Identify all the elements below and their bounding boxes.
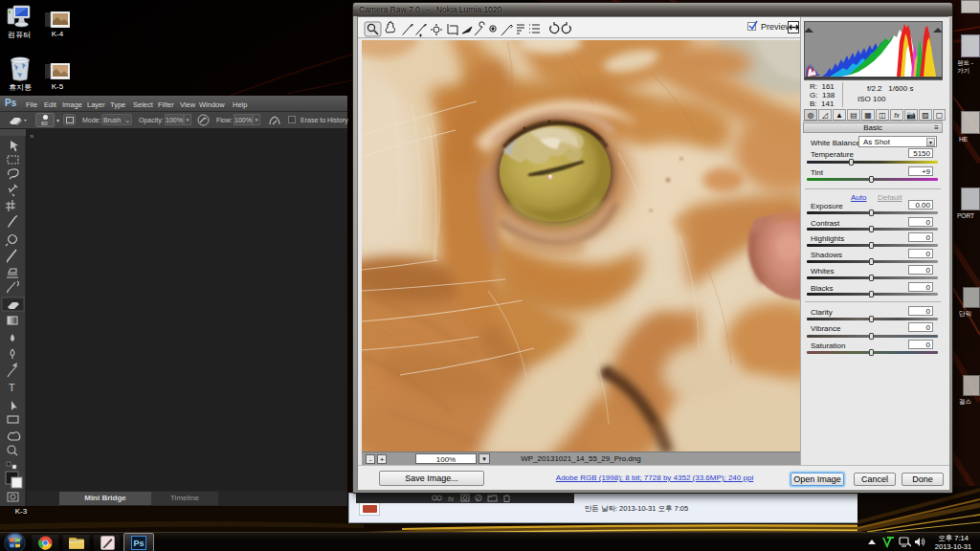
svg-text:T: T [9, 382, 15, 393]
svg-text:fx: fx [448, 495, 455, 503]
